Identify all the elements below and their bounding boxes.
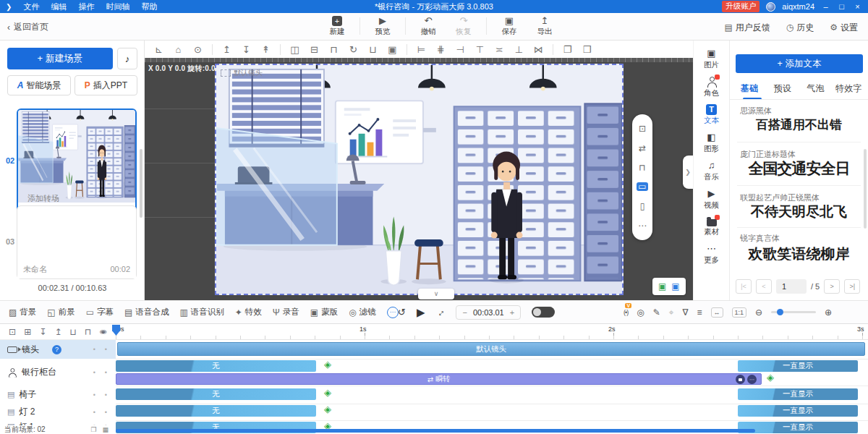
visibility-dot[interactable]: • — [105, 346, 107, 353]
desktop-view-icon[interactable]: ▭ — [637, 182, 647, 191]
new-group-icon[interactable]: ⊞ — [24, 327, 31, 337]
always-show-bar[interactable]: 一直显示 — [738, 360, 858, 372]
always-show-bar[interactable]: 一直显示 — [738, 422, 858, 433]
visibility-icon[interactable]: ◉ — [99, 328, 106, 335]
hand-tool-icon[interactable]: ⌖ — [669, 307, 674, 318]
delete-icon[interactable]: ⊔ — [367, 45, 378, 54]
funnel-icon[interactable]: ∇ — [682, 307, 688, 318]
new-button[interactable]: + 新建 — [324, 16, 350, 37]
always-show-bar[interactable]: 一直显示 — [738, 388, 858, 400]
effect-track-bar[interactable]: ⇄瞬转 ⋯ — [116, 373, 762, 385]
tab-basic[interactable]: 基础 — [733, 82, 766, 98]
lock-dot[interactable]: • — [93, 369, 95, 376]
align-bottom-icon[interactable]: ⊥ — [514, 45, 524, 54]
undo-button[interactable]: ↶ 撤销 — [415, 15, 441, 37]
menu-edit[interactable]: 编辑 — [51, 1, 67, 12]
add-transition-button[interactable]: 添加转场 — [27, 193, 59, 204]
first-page-button[interactable]: |< — [736, 279, 752, 294]
prev-page-button[interactable]: < — [756, 279, 772, 294]
panel-expand-tab[interactable]: ❯ — [683, 156, 693, 189]
layer-row-bank-counter[interactable]: 银行柜台 •• — [0, 359, 116, 386]
comment-chip-icon[interactable] — [736, 375, 745, 384]
keyframe-diamond[interactable]: ◈ — [324, 404, 331, 414]
speech-recognition-button[interactable]: ▥语音识别 — [179, 307, 224, 318]
preview-button[interactable]: ▶ 预览 — [370, 15, 396, 37]
rail-item-image[interactable]: ▣ 图片 — [694, 48, 729, 70]
add-to-group-icon[interactable]: ⊡ — [9, 327, 16, 337]
actual-size-button[interactable]: 1:1 — [732, 307, 747, 318]
lock-icon[interactable]: ⊓ — [639, 163, 645, 172]
menu-operate[interactable]: 操作 — [78, 1, 94, 12]
fit-width-button[interactable]: ↔ — [711, 307, 723, 318]
send-to-back-icon[interactable]: ↧ — [241, 45, 252, 54]
grid-icon[interactable]: ▦ — [102, 426, 109, 433]
canvas-collapse-pill[interactable]: ∨ — [418, 289, 454, 299]
font-sample[interactable]: 全国交通安全日 — [730, 158, 868, 179]
feedback-button[interactable]: ▤用户反馈 — [724, 22, 770, 34]
fit-icon[interactable]: ⊡ — [639, 124, 646, 133]
move-up-layer-icon[interactable]: ↟ — [260, 45, 271, 54]
align-center-icon[interactable]: ⋕ — [435, 45, 446, 54]
replace-icon[interactable]: ⇄ — [639, 144, 646, 153]
rail-item-text[interactable]: T 文本 — [694, 104, 729, 126]
rail-item-more[interactable]: ⋯ 更多 — [694, 243, 729, 265]
record-button[interactable]: Ψ录音 — [273, 307, 299, 318]
timeline-ruler[interactable]: 0s 1s 2s 3s — [116, 324, 868, 340]
preview-toggle[interactable] — [532, 307, 555, 318]
copy-icon[interactable]: ❐ — [90, 426, 96, 433]
home-icon[interactable]: ⌂ — [173, 45, 184, 54]
entrance-anim-bar[interactable]: 无 — [116, 405, 316, 417]
smart-scene-button[interactable]: A 智能场景 — [7, 75, 71, 95]
image-icon[interactable]: ▣ — [671, 281, 679, 292]
help-icon[interactable]: ? — [52, 345, 61, 354]
timeline-horizontal-scrollbar[interactable] — [116, 429, 755, 433]
canvas[interactable]: 默认镜头 — [215, 64, 624, 295]
minimize-button[interactable]: – — [821, 0, 830, 13]
scene-list-scrollbar[interactable] — [140, 149, 142, 218]
foreground-button[interactable]: ◱前景 — [47, 307, 75, 318]
subtitle-button[interactable]: ▭字幕 — [86, 307, 114, 318]
timeline-zoom-slider[interactable] — [771, 311, 816, 313]
layer-row-camera[interactable]: 镜头 ? •• — [0, 340, 116, 359]
ruler-icon[interactable]: ⊾ — [153, 45, 164, 54]
font-sample[interactable]: 欢歌笑语绕柳岸 — [730, 244, 868, 260]
menu-help[interactable]: 帮助 — [141, 1, 157, 12]
rotate-icon[interactable]: ↻ — [348, 45, 359, 54]
rail-item-material[interactable]: 素材 — [694, 216, 729, 237]
phone-view-icon[interactable]: ▯ — [640, 202, 645, 210]
flip-horizontal-icon[interactable]: ◫ — [289, 45, 300, 54]
visibility-dot[interactable]: • — [105, 409, 107, 416]
increase-time-button[interactable]: + — [510, 308, 514, 317]
image-icon[interactable]: ▣ — [658, 281, 666, 292]
filter-button[interactable]: ◎滤镜 — [349, 307, 375, 318]
layer-row-chair[interactable]: ▤ 椅子 •• — [0, 386, 116, 404]
time-value[interactable]: 00:03.01 — [473, 308, 504, 317]
camera-shot-icon[interactable]: ◎ — [637, 307, 644, 318]
more-icon[interactable]: ⋯ — [638, 221, 647, 230]
add-text-button[interactable]: + 添加文本 — [736, 54, 863, 73]
more-options-icon[interactable]: ⊙ — [192, 45, 203, 54]
dock-more-button[interactable]: ⋯ — [387, 307, 399, 318]
paste-icon[interactable]: ❒ — [582, 45, 592, 54]
lock-layer-icon[interactable]: ⊓ — [85, 327, 91, 337]
keyframe-diamond[interactable]: ◈ — [767, 373, 774, 382]
history-button[interactable]: ◷历史 — [786, 22, 814, 34]
menu-timeline[interactable]: 时间轴 — [106, 1, 129, 12]
keyframe-diamond[interactable]: ◈ — [324, 359, 331, 369]
tab-effect-text[interactable]: 特效字 — [832, 82, 865, 98]
upgrade-account-button[interactable]: 升级账户 — [722, 1, 760, 12]
save-button[interactable]: ▣ 保存 — [496, 15, 522, 37]
align-middle-icon[interactable]: ≍ — [494, 45, 505, 54]
mask-button[interactable]: ▣蒙版 — [310, 307, 338, 318]
back-home-button[interactable]: ‹ 返回首页 — [7, 21, 48, 33]
distribute-icon[interactable]: ⋈ — [533, 45, 544, 54]
lock-icon[interactable]: ⊓ — [328, 45, 339, 54]
delete-layer-icon[interactable]: ⊔ — [70, 327, 77, 337]
visibility-dot[interactable]: • — [105, 391, 107, 399]
bring-to-front-icon[interactable]: ↥ — [221, 45, 232, 54]
scene-thumbnail[interactable]: 未命名 00:02 — [17, 205, 137, 279]
always-show-bar[interactable]: 一直显示 — [738, 405, 858, 417]
layer-row-lamp-2[interactable]: ▤ 灯 2 •• — [0, 404, 116, 420]
font-sample[interactable]: 不待天明尽北飞 — [730, 203, 868, 221]
insert-ppt-button[interactable]: P 插入PPT — [75, 75, 137, 95]
